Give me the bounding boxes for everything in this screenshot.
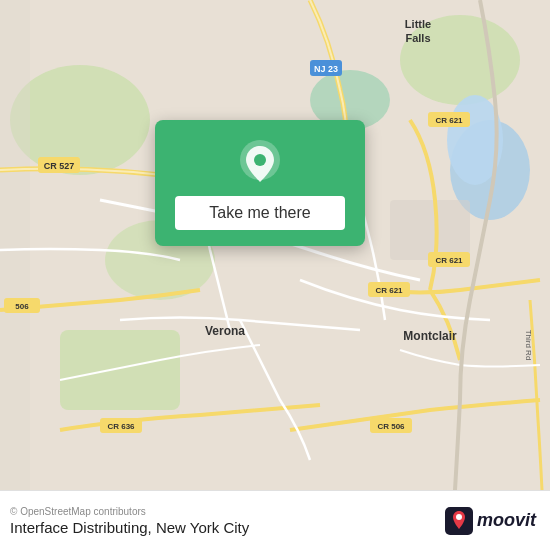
svg-text:Little: Little [405, 18, 431, 30]
svg-point-32 [254, 154, 266, 166]
moovit-label: moovit [477, 510, 536, 531]
location-pin-icon [236, 138, 284, 186]
navigation-card: Take me there [155, 120, 365, 246]
svg-rect-4 [60, 330, 180, 410]
svg-text:Montclair: Montclair [403, 329, 457, 343]
svg-point-34 [456, 514, 462, 520]
svg-text:CR 506: CR 506 [377, 422, 405, 431]
svg-text:CR 621: CR 621 [375, 286, 403, 295]
location-title: Interface Distributing, New York City [10, 519, 249, 536]
svg-text:CR 621: CR 621 [435, 116, 463, 125]
moovit-brand-icon [445, 507, 473, 535]
bottom-bar: © OpenStreetMap contributors Interface D… [0, 490, 550, 550]
location-info: © OpenStreetMap contributors Interface D… [10, 506, 249, 536]
svg-text:506: 506 [15, 302, 29, 311]
svg-rect-9 [390, 200, 470, 260]
svg-rect-8 [0, 0, 30, 490]
svg-text:Falls: Falls [405, 32, 430, 44]
take-me-there-button[interactable]: Take me there [175, 196, 345, 230]
svg-text:Third Rd: Third Rd [524, 330, 533, 361]
svg-text:CR 636: CR 636 [107, 422, 135, 431]
svg-point-1 [10, 65, 150, 175]
moovit-logo: moovit [445, 507, 536, 535]
svg-text:CR 527: CR 527 [44, 161, 75, 171]
svg-text:Verona: Verona [205, 324, 245, 338]
svg-text:CR 621: CR 621 [435, 256, 463, 265]
copyright-text: © OpenStreetMap contributors [10, 506, 249, 517]
svg-text:NJ 23: NJ 23 [314, 64, 338, 74]
map-container: CR 527 NJ 23 506 CR 621 CR 621 CR 621 CR… [0, 0, 550, 490]
